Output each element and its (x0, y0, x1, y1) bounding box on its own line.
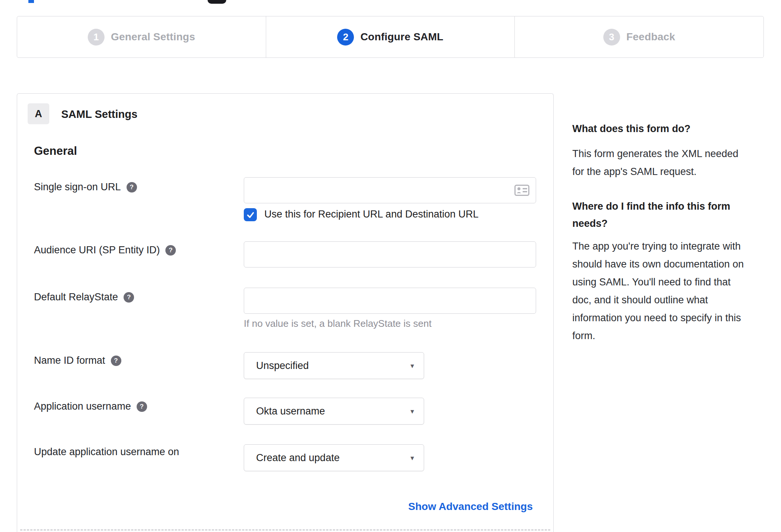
help-icon[interactable]: ? (165, 245, 176, 256)
help-icon[interactable]: ? (111, 356, 121, 366)
address-card-icon (514, 185, 529, 196)
selected-value: Unspecified (256, 360, 309, 372)
chevron-down-icon: ▾ (410, 362, 414, 370)
help-icon[interactable]: ? (124, 292, 134, 303)
check-icon (246, 211, 255, 219)
section-title: SAML Settings (61, 108, 137, 121)
step-configure-saml[interactable]: 2 Configure SAML (266, 16, 515, 57)
help-icon[interactable]: ? (127, 182, 137, 193)
step-number-badge: 3 (603, 29, 620, 46)
step-label: Configure SAML (360, 31, 443, 43)
selected-value: Create and update (256, 452, 340, 464)
name-id-format-label: Name ID format ? (34, 355, 121, 366)
cut-off-toggle (208, 0, 226, 4)
chevron-down-icon: ▾ (410, 454, 414, 462)
application-username-select[interactable]: Okta username ▾ (244, 398, 424, 425)
help-body-what: This form generates the XML needed for t… (572, 145, 776, 181)
step-feedback[interactable]: 3 Feedback (514, 16, 763, 57)
saml-settings-panel: A SAML Settings General Single sign-on U… (17, 93, 554, 532)
use-for-recipient-checkbox-label: Use this for Recipient URL and Destinati… (264, 209, 479, 220)
name-id-format-select[interactable]: Unspecified ▾ (244, 352, 424, 379)
single-sign-on-url-label: Single sign-on URL ? (34, 181, 137, 193)
step-label: Feedback (626, 31, 675, 43)
step-number-badge: 1 (88, 29, 105, 46)
update-application-username-select[interactable]: Create and update ▾ (244, 444, 424, 471)
help-body-where: The app you're trying to integrate with … (572, 237, 776, 345)
step-label: General Settings (111, 31, 195, 43)
default-relaystate-input[interactable] (244, 288, 536, 314)
help-heading-where: Where do I find the info this form needs… (572, 198, 776, 232)
use-for-recipient-checkbox[interactable] (244, 208, 257, 221)
application-username-label: Application username ? (34, 401, 147, 412)
audience-uri-label: Audience URI (SP Entity ID) ? (34, 244, 176, 256)
selected-value: Okta username (256, 406, 325, 417)
help-heading-what: What does this form do? (572, 120, 776, 137)
audience-uri-input[interactable] (244, 241, 536, 267)
section-a-badge: A (28, 103, 49, 124)
update-application-username-label: Update application username on (34, 446, 179, 458)
step-number-badge: 2 (337, 29, 354, 46)
cut-off-tab-indicator (28, 0, 34, 3)
relaystate-hint: If no value is set, a blank RelayState i… (244, 318, 432, 329)
chevron-down-icon: ▾ (410, 407, 414, 416)
help-icon[interactable]: ? (137, 401, 147, 412)
default-relaystate-label: Default RelayState ? (34, 291, 134, 303)
step-general-settings[interactable]: 1 General Settings (17, 16, 266, 57)
wizard-stepper: 1 General Settings 2 Configure SAML 3 Fe… (17, 16, 764, 58)
show-advanced-settings-link[interactable]: Show Advanced Settings (408, 501, 533, 513)
section-dashed-divider (20, 529, 550, 531)
general-group-heading: General (34, 144, 77, 158)
single-sign-on-url-input[interactable] (244, 177, 536, 203)
help-sidebar: What does this form do? This form genera… (572, 120, 776, 345)
